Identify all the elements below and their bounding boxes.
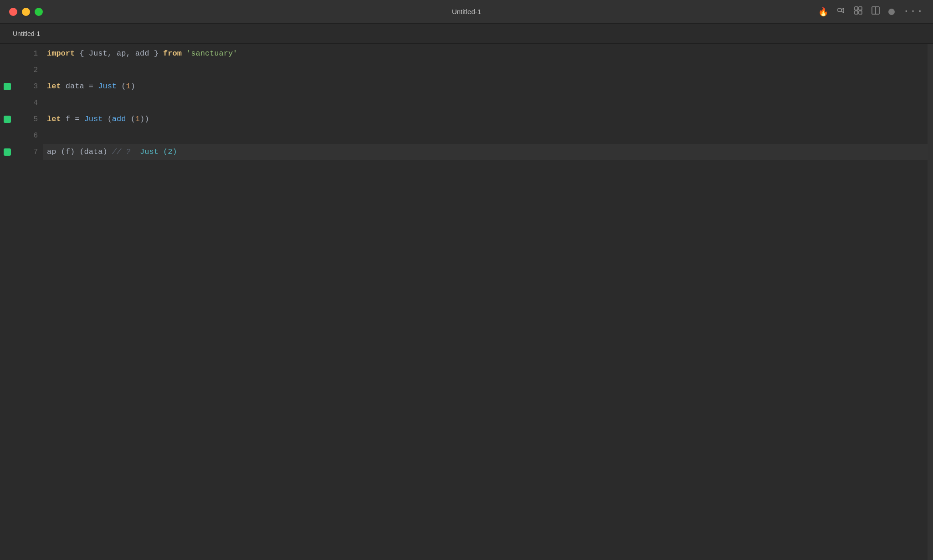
token-ap: ap — [47, 144, 56, 160]
line-number-3: 3 — [25, 78, 43, 95]
token-data-assign: data = — [61, 78, 98, 95]
svg-rect-0 — [838, 9, 841, 11]
token-imports: Just, ap, add — [89, 46, 149, 62]
token-paren-open-5a: ( — [103, 111, 112, 127]
status-circle — [888, 9, 895, 15]
gutter-row-2 — [0, 62, 25, 78]
token-add-5: add — [112, 111, 126, 127]
gutter-row-5 — [0, 111, 25, 127]
token-let-3: let — [47, 78, 61, 95]
line-number-2: 2 — [25, 62, 43, 78]
close-button[interactable] — [9, 8, 17, 16]
breakpoint-3[interactable] — [4, 83, 11, 90]
token-brace-open: { — [75, 46, 89, 62]
token-string-sanctuary: 'sanctuary' — [186, 46, 237, 62]
window-title: Untitled-1 — [452, 8, 481, 15]
token-just-5: Just — [84, 111, 103, 127]
toolbar-right: 🔥 ··· — [818, 6, 924, 17]
gutter-row-4 — [0, 95, 25, 111]
flame-icon[interactable]: 🔥 — [818, 7, 828, 17]
token-let-5: let — [47, 111, 61, 127]
token-space — [182, 46, 186, 62]
token-number-1-5: 1 — [135, 111, 140, 127]
line-number-4: 4 — [25, 95, 43, 111]
grid-icon[interactable] — [854, 6, 863, 17]
gutter-row-1 — [0, 46, 25, 62]
tab-untitled[interactable]: Untitled-1 — [7, 26, 46, 41]
gutter-row-6 — [0, 127, 25, 144]
token-brace-close: } — [149, 46, 163, 62]
token-number-1-3: 1 — [126, 78, 130, 95]
svg-rect-1 — [855, 7, 858, 10]
line-number-7: 7 — [25, 144, 43, 160]
breakpoint-5[interactable] — [4, 116, 11, 123]
code-line-7: ap (f) (data) // ? Just (2) — [43, 144, 928, 160]
traffic-lights — [9, 8, 43, 16]
maximize-button[interactable] — [35, 8, 43, 16]
token-paren-close-3: ) — [131, 78, 135, 95]
svg-rect-3 — [855, 11, 858, 14]
breakpoint-7[interactable] — [4, 148, 11, 156]
tab-bar: Untitled-1 — [0, 24, 933, 44]
split-icon[interactable] — [871, 6, 880, 17]
minimize-button[interactable] — [22, 8, 30, 16]
token-result-7: Just (2) — [140, 144, 177, 160]
token-import: import — [47, 46, 75, 62]
editor: 1 2 3 4 5 6 7 import { Just, ap, add } f… — [0, 44, 933, 560]
code-line-3: let data = Just ( 1 ) — [47, 78, 928, 95]
line-number-1: 1 — [25, 46, 43, 62]
gutter — [0, 44, 25, 560]
gutter-row-7 — [0, 144, 25, 160]
token-from: from — [163, 46, 182, 62]
token-paren-open-3: ( — [117, 78, 126, 95]
token-comment-7: // ? — [112, 144, 140, 160]
more-options-icon[interactable]: ··· — [903, 6, 924, 17]
line-numbers: 1 2 3 4 5 6 7 — [25, 44, 43, 560]
svg-rect-4 — [859, 11, 862, 14]
scrollbar-track[interactable] — [928, 44, 933, 560]
token-ap-args: (f) (data) — [56, 144, 112, 160]
code-line-1: import { Just, ap, add } from 'sanctuary… — [47, 46, 928, 62]
code-line-4 — [47, 95, 928, 111]
token-paren-open-5b: ( — [126, 111, 135, 127]
line-number-5: 5 — [25, 111, 43, 127]
token-just-3: Just — [98, 78, 117, 95]
title-bar: Untitled-1 🔥 — [0, 0, 933, 24]
line-number-6: 6 — [25, 127, 43, 144]
broadcast-icon[interactable] — [836, 6, 846, 17]
svg-rect-2 — [859, 7, 862, 10]
code-line-5: let f = Just ( add ( 1 )) — [47, 111, 928, 127]
token-paren-close-5: )) — [140, 111, 149, 127]
code-line-2 — [47, 62, 928, 78]
gutter-row-3 — [0, 78, 25, 95]
token-f-assign: f = — [61, 111, 84, 127]
code-line-6 — [47, 127, 928, 144]
code-content[interactable]: import { Just, ap, add } from 'sanctuary… — [43, 44, 928, 560]
